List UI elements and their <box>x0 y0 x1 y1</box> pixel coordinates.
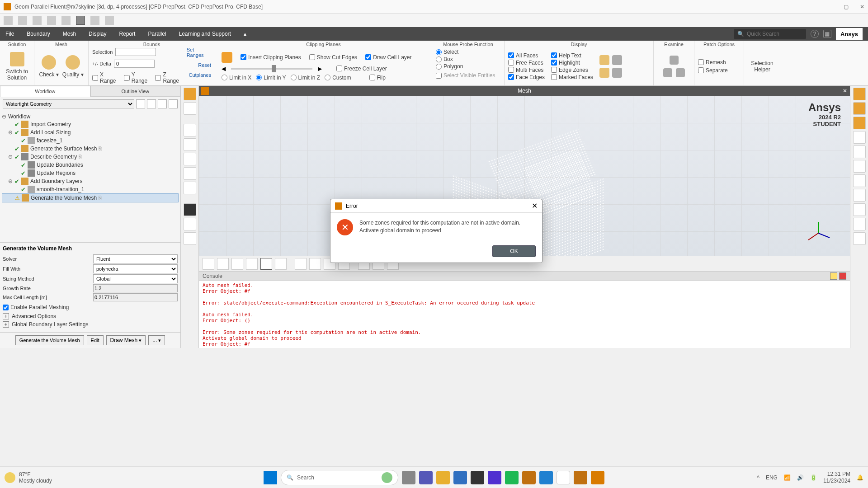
flip-check[interactable]: Flip <box>369 75 386 81</box>
global-bl-expand[interactable]: +Global Boundary Layer Settings <box>3 321 178 328</box>
examine-icon[interactable] <box>663 68 672 77</box>
rotate-icon[interactable] <box>184 138 196 151</box>
menu-boundary[interactable]: Boundary <box>27 31 50 37</box>
rtool-icon[interactable] <box>853 117 866 129</box>
combo-icon[interactable] <box>169 99 178 108</box>
tree-node[interactable]: Update Regions <box>37 170 75 176</box>
combo-icon[interactable] <box>147 99 156 108</box>
maximize-button[interactable]: ▢ <box>844 4 849 10</box>
tool-icon[interactable] <box>76 16 85 25</box>
axis-triad[interactable] <box>805 220 832 247</box>
display-icon[interactable] <box>612 68 622 78</box>
console-warn-icon[interactable] <box>830 272 837 280</box>
rtool-icon[interactable] <box>853 160 866 173</box>
multi-faces-check[interactable]: Multi Faces <box>508 67 545 73</box>
help-text-check[interactable]: Help Text <box>551 52 593 59</box>
vtool-icon[interactable] <box>184 88 196 100</box>
taskbar-app-icon[interactable] <box>436 471 450 484</box>
start-button[interactable] <box>264 471 277 484</box>
cutplanes-link[interactable]: Cutplanes <box>189 72 211 78</box>
advanced-options-expand[interactable]: +Advanced Options <box>3 313 178 319</box>
free-faces-check[interactable]: Free Faces <box>508 60 545 66</box>
growth-input[interactable] <box>93 284 178 292</box>
tree-node[interactable]: Generate the Surface Mesh <box>30 145 97 152</box>
select-visible-check[interactable]: Select Visible Entities <box>436 72 495 79</box>
maxcell-input[interactable] <box>93 293 178 301</box>
solver-select[interactable]: Fluent <box>93 254 178 263</box>
all-faces-check[interactable]: All Faces <box>508 52 545 59</box>
taskbar-search[interactable]: 🔍Search <box>281 470 398 485</box>
taskbar-app-icon[interactable] <box>471 471 484 484</box>
tool-icon[interactable] <box>90 16 99 25</box>
xrange-check[interactable]: X Range <box>92 71 119 84</box>
selection-input[interactable] <box>115 48 156 56</box>
select-radio[interactable]: Select <box>436 49 495 55</box>
tab-outline[interactable]: Outline View <box>90 86 181 97</box>
info-icon[interactable] <box>676 68 685 77</box>
display-icon[interactable] <box>599 55 609 65</box>
fill-select[interactable]: polyhedra <box>93 264 178 273</box>
tree-node[interactable]: Update Boundaries <box>37 162 83 168</box>
view-icon[interactable] <box>217 258 229 270</box>
slider-right-icon[interactable]: ▶ <box>318 66 322 72</box>
viewport-close-icon[interactable]: ✕ <box>840 88 850 94</box>
menu-report[interactable]: Report <box>119 31 135 37</box>
taskbar-app-icon[interactable] <box>488 471 501 484</box>
limit-z-radio[interactable]: Limit in Z <box>291 75 321 81</box>
view-icon[interactable] <box>275 258 287 270</box>
tab-workflow[interactable]: Workflow <box>0 86 90 97</box>
search-input[interactable] <box>747 31 801 37</box>
orbit-icon[interactable] <box>184 167 196 180</box>
edit-button[interactable]: Edit <box>87 335 104 345</box>
sizing-select[interactable]: Global <box>93 274 178 283</box>
highlight-check[interactable]: Highlight <box>551 60 593 66</box>
generate-mesh-button[interactable]: Generate the Volume Mesh <box>15 335 84 345</box>
check-button[interactable]: Check ▾ <box>39 55 58 78</box>
menu-expand-icon[interactable]: ▴ <box>244 31 246 37</box>
set-ranges-link[interactable]: Set Ranges <box>187 47 211 58</box>
rtool-icon[interactable] <box>853 232 866 245</box>
taskbar-app-icon[interactable] <box>557 471 570 484</box>
view-icon[interactable] <box>203 258 214 270</box>
tool-icon[interactable] <box>105 16 114 25</box>
tray-lang[interactable]: ENG <box>766 474 778 481</box>
tray-chevron-icon[interactable]: ^ <box>757 474 760 481</box>
help-icon[interactable]: ? <box>811 30 819 38</box>
zoom-out-icon[interactable] <box>184 232 196 245</box>
custom-radio[interactable]: Custom <box>325 75 351 81</box>
view-icon[interactable] <box>231 258 243 270</box>
tray-notifications-icon[interactable]: 🔔 <box>857 474 863 481</box>
examine-icon[interactable] <box>670 56 679 65</box>
tree-node-selected[interactable]: Generate the Volume Mesh <box>31 195 97 201</box>
box-radio[interactable]: Box <box>436 56 495 62</box>
tool-icon[interactable] <box>47 16 56 25</box>
rtool-icon[interactable] <box>853 88 866 100</box>
vtool-icon[interactable] <box>184 102 196 115</box>
edge-zones-check[interactable]: Edge Zones <box>551 67 593 73</box>
tray-battery-icon[interactable]: 🔋 <box>810 474 817 481</box>
close-button[interactable]: ✕ <box>860 4 864 10</box>
limit-y-radio[interactable]: Limit in Y <box>256 75 286 81</box>
tool-icon[interactable] <box>33 16 42 25</box>
tool-icon[interactable] <box>4 16 13 25</box>
selection-helper-button[interactable]: Selection Helper <box>751 60 773 73</box>
tree-node[interactable]: Import Geometry <box>30 121 71 127</box>
menu-learning[interactable]: Learning and Support <box>179 31 231 37</box>
draw-cell-check[interactable]: Draw Cell Layer <box>365 54 411 61</box>
combo-icon[interactable] <box>136 99 145 108</box>
pan-icon[interactable] <box>184 153 196 165</box>
quick-search[interactable]: 🔍 <box>734 29 806 39</box>
delta-input[interactable] <box>114 60 155 68</box>
display-icon[interactable] <box>612 55 622 65</box>
taskbar-app-icon[interactable] <box>402 471 415 484</box>
polygon-radio[interactable]: Polygon <box>436 63 495 70</box>
tree-node[interactable]: facesize_1 <box>37 137 62 144</box>
settings-icon[interactable]: ▦ <box>823 30 831 38</box>
tree-node[interactable]: Add Boundary Layers <box>30 178 82 184</box>
display-icon[interactable] <box>599 68 609 78</box>
tray-volume-icon[interactable]: 🔊 <box>797 474 804 481</box>
tree-node[interactable]: smooth-transition_1 <box>37 186 84 192</box>
taskbar-app-icon[interactable] <box>574 471 587 484</box>
separate-check[interactable]: Separate <box>698 67 728 74</box>
zrange-check[interactable]: Z Range <box>155 71 182 84</box>
